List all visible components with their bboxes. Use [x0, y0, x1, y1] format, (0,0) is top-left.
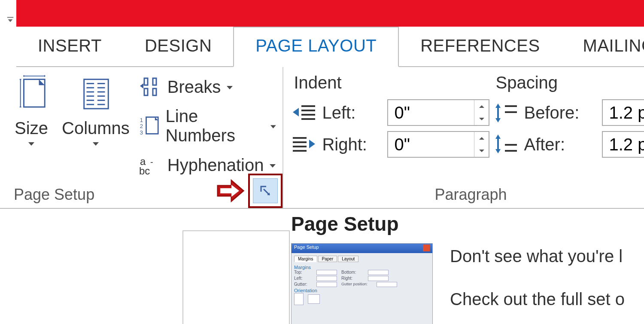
- spacing-before-spinner[interactable]: [602, 99, 644, 126]
- svg-marker-30: [227, 86, 233, 89]
- svg-marker-25: [140, 83, 143, 89]
- tab-page-layout[interactable]: PAGE LAYOUT: [233, 27, 399, 67]
- svg-text:1: 1: [140, 117, 143, 123]
- indent-right-icon: [291, 134, 317, 155]
- tab-references[interactable]: REFERENCES: [399, 27, 561, 66]
- svg-text:3: 3: [140, 129, 143, 136]
- page-setup-dialog-launcher[interactable]: [253, 178, 278, 203]
- svg-rect-28: [153, 78, 156, 85]
- title-bar: [16, 0, 644, 27]
- tab-mailings[interactable]: MAILINGS: [562, 27, 644, 66]
- svg-rect-27: [144, 89, 148, 95]
- svg-marker-10: [28, 142, 34, 146]
- svg-rect-26: [144, 78, 148, 85]
- close-icon: [423, 245, 430, 251]
- spacing-after-icon: [493, 134, 519, 155]
- document-area: Page Setup Page Setup Margins Paper Layo…: [0, 209, 644, 324]
- columns-label: Columns: [62, 119, 130, 138]
- columns-button[interactable]: Columns: [57, 73, 135, 184]
- indent-right-label: Right:: [322, 135, 382, 154]
- svg-marker-54: [309, 140, 315, 148]
- spacing-after-label: After:: [524, 135, 597, 154]
- spacing-after-input[interactable]: [603, 132, 644, 157]
- spin-down[interactable]: [474, 113, 489, 125]
- callout-highlight: [248, 174, 283, 208]
- svg-rect-29: [153, 89, 156, 95]
- group-label-paragraph: Paragraph: [291, 184, 644, 205]
- spin-down[interactable]: [474, 144, 489, 157]
- svg-rect-0: [7, 17, 13, 18]
- ribbon-tabs: INSERT DESIGN PAGE LAYOUT REFERENCES MAI…: [16, 27, 644, 67]
- indent-right-input[interactable]: [388, 132, 474, 157]
- tab-design[interactable]: DESIGN: [123, 27, 233, 66]
- dropdown-icon: [269, 162, 276, 168]
- svg-marker-43: [293, 108, 299, 116]
- size-label: Size: [15, 119, 48, 138]
- svg-marker-58: [495, 104, 501, 108]
- line-numbers-button[interactable]: 1 2 3 Line Numbers: [138, 107, 277, 145]
- quick-access-dropdown-icon[interactable]: [6, 15, 14, 23]
- spin-up[interactable]: [474, 100, 489, 113]
- svg-marker-24: [93, 142, 99, 146]
- svg-marker-59: [495, 118, 501, 122]
- svg-marker-36: [270, 125, 276, 128]
- indent-left-input[interactable]: [388, 100, 474, 125]
- svg-marker-63: [495, 149, 501, 153]
- indent-heading: Indent: [291, 73, 493, 92]
- indent-left-spinner[interactable]: [387, 99, 489, 126]
- ribbon: Size Columns: [0, 67, 644, 209]
- dropdown-icon: [270, 123, 277, 128]
- tooltip-text: Don't see what you're l Check out the fu…: [450, 243, 625, 324]
- tooltip-dialog-preview: Page Setup Margins Paper Layout Margins …: [291, 243, 433, 324]
- document-page: [182, 230, 290, 324]
- spacing-before-icon: [493, 102, 519, 123]
- svg-text:bc: bc: [139, 165, 150, 177]
- svg-marker-55: [479, 137, 484, 140]
- spacing-before-label: Before:: [524, 103, 597, 122]
- svg-marker-56: [479, 150, 484, 152]
- svg-marker-40: [270, 164, 276, 168]
- tab-insert[interactable]: INSERT: [16, 27, 123, 66]
- tooltip-title: Page Setup: [291, 212, 643, 235]
- hyphenation-icon: a - bc: [138, 153, 162, 177]
- page-setup-tooltip: Page Setup Page Setup Margins Paper Layo…: [291, 212, 643, 324]
- page-size-icon: [15, 73, 48, 116]
- line-numbers-icon: 1 2 3: [138, 114, 161, 138]
- indent-right-spinner[interactable]: [387, 131, 489, 158]
- svg-text:2: 2: [140, 123, 143, 130]
- svg-marker-3: [39, 79, 45, 86]
- svg-marker-64: [495, 134, 501, 139]
- line-numbers-label: Line Numbers: [166, 107, 264, 145]
- svg-text:-: -: [150, 157, 153, 167]
- dropdown-icon: [27, 141, 35, 146]
- dropdown-icon: [92, 141, 100, 146]
- indent-left-label: Left:: [322, 103, 382, 122]
- breaks-icon: [138, 75, 162, 99]
- hyphenation-label: Hyphenation: [167, 156, 264, 175]
- columns-icon: [79, 73, 112, 116]
- spacing-before-input[interactable]: [603, 100, 644, 125]
- spacing-heading: Spacing: [493, 73, 644, 92]
- size-button[interactable]: Size: [9, 73, 53, 184]
- breaks-label: Breaks: [167, 77, 221, 97]
- dropdown-icon: [226, 84, 234, 89]
- svg-marker-1: [8, 19, 13, 22]
- spin-up[interactable]: [474, 132, 489, 144]
- group-paragraph: Indent Left:: [283, 67, 644, 208]
- svg-marker-49: [479, 118, 484, 120]
- spacing-after-spinner[interactable]: [602, 131, 644, 158]
- breaks-button[interactable]: Breaks: [138, 75, 277, 99]
- group-page-setup: Size Columns: [0, 67, 283, 208]
- callout-arrow-icon: [216, 178, 246, 204]
- svg-marker-48: [479, 105, 484, 108]
- indent-left-icon: [291, 102, 317, 123]
